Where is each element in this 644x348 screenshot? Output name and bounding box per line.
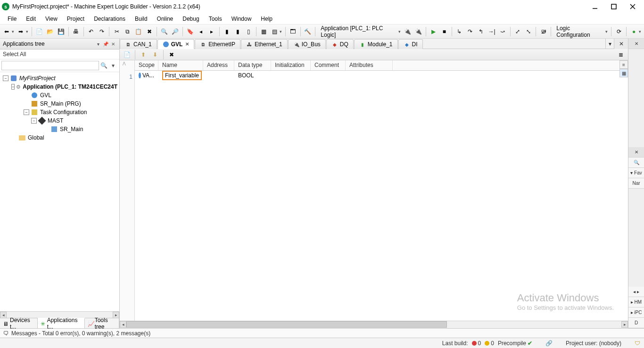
name-edit-input[interactable]: First_variable	[162, 71, 202, 80]
col-comment[interactable]: Comment	[311, 60, 346, 70]
editor-down-button[interactable]: ⬇	[150, 50, 160, 60]
tree-taskcfg-node[interactable]: − Task Configuration	[1, 108, 118, 116]
shield-icon[interactable]: 🛡	[635, 340, 640, 347]
tree-toolbar-dropdown[interactable]: ▾	[108, 61, 118, 70]
minimize-button[interactable]	[586, 0, 604, 13]
editor-delete-button[interactable]: ✖	[166, 50, 177, 60]
run-button[interactable]: ▶	[429, 26, 438, 37]
tree-global-node[interactable]: Global	[1, 133, 118, 142]
find-next-button[interactable]: 🔎	[170, 26, 180, 37]
menu-edit[interactable]: Edit	[21, 14, 41, 24]
applications-tree[interactable]: − MyFirstProject − ⚙ Application (PLC_1:…	[0, 72, 119, 311]
tab-gvl[interactable]: GVL✕	[157, 39, 195, 49]
application-context-dropdown[interactable]: ▾	[398, 29, 401, 34]
nav-forward-button[interactable]: ➡	[16, 26, 26, 37]
warning-count[interactable]: 0	[485, 340, 494, 347]
step-into-button[interactable]: ↳	[454, 26, 464, 37]
tree-srmain-node[interactable]: SR_Main	[1, 125, 118, 133]
connection-icon[interactable]: 🔗	[545, 340, 553, 347]
application-context-label[interactable]: Application [PLC_1: PLC Logic]	[318, 25, 398, 38]
scroll-right-button[interactable]: ▸	[621, 321, 628, 328]
cell-initialization[interactable]	[271, 75, 311, 76]
panel-dropdown-icon[interactable]: ▾	[95, 41, 101, 47]
col-address[interactable]: Address	[203, 60, 234, 70]
col-datatype[interactable]: Data type	[234, 60, 271, 70]
messages-bar[interactable]: 🗨 Messages - Total 0 error(s), 0 warning…	[0, 328, 644, 338]
editor-view-toggle[interactable]: ≣	[616, 50, 626, 60]
find-button[interactable]: 🔍	[159, 26, 169, 37]
menu-build[interactable]: Build	[130, 14, 152, 24]
variable-grid[interactable]: Scope Name Address Data type Initializat…	[135, 60, 628, 321]
menu-tools[interactable]: Tools	[204, 14, 227, 24]
menu-online[interactable]: Online	[152, 14, 178, 24]
step-out-button[interactable]: ↰	[476, 26, 486, 37]
bookmark-prev-button[interactable]: ◂	[196, 26, 206, 37]
save-button[interactable]: 💾	[56, 26, 66, 37]
device-button[interactable]: 🖳	[538, 26, 548, 37]
delete-button[interactable]: ✖	[144, 26, 154, 37]
tab-module1[interactable]: ▮Module_1	[354, 39, 398, 49]
col-attributes[interactable]: Attributes	[346, 60, 393, 70]
close-button[interactable]	[623, 0, 642, 13]
panel-close-icon[interactable]: ✕	[110, 41, 116, 47]
tab-can1[interactable]: 🗎CAN_1	[120, 39, 157, 49]
tree-project-node[interactable]: − MyFirstProject	[1, 74, 118, 83]
collapse-icon[interactable]: −	[31, 118, 37, 124]
build-button[interactable]: 🔨	[303, 26, 313, 37]
editor-view-table-button[interactable]: ▦	[619, 69, 628, 77]
precompile-status[interactable]: Precompile ✔	[498, 340, 532, 347]
right-hm-tab[interactable]: ▸ HM	[628, 297, 644, 307]
config-label[interactable]: Logic Configuration	[553, 25, 605, 38]
right-ipc-tab[interactable]: ▸ iPC	[628, 307, 644, 318]
tree-srmain-prg-node[interactable]: SR_Main (PRG)	[1, 99, 118, 108]
cell-scope[interactable]: VA...	[135, 72, 158, 79]
scroll-left-button[interactable]: ◂	[120, 321, 126, 328]
menu-file[interactable]: File	[3, 14, 21, 24]
config-dropdown[interactable]: ▾	[605, 29, 608, 34]
search-icon[interactable]: 🔍	[99, 61, 108, 70]
menu-help[interactable]: Help	[256, 14, 277, 24]
cell-comment[interactable]	[311, 75, 346, 76]
run-to-cursor-button[interactable]: →|	[487, 26, 497, 37]
logout-button[interactable]: 🔌	[413, 26, 423, 37]
undo-button[interactable]: ↶	[86, 26, 96, 37]
cell-attributes[interactable]	[346, 75, 393, 76]
paste-button[interactable]: 📋	[133, 26, 143, 37]
refresh-button[interactable]: ⟳	[614, 26, 624, 37]
breakpoint-clear-button[interactable]: ▯	[244, 26, 254, 37]
tab-iobus[interactable]: 🔌IO_Bus	[288, 39, 326, 49]
editor-up-button[interactable]: ⬆	[138, 50, 149, 60]
grid-row-1[interactable]: VA... First_variable BOOL	[135, 71, 628, 80]
status-indicator-button[interactable]: ●	[629, 26, 639, 37]
tab-close-icon[interactable]: ✕	[185, 41, 189, 47]
editor-hscrollbar[interactable]: ◂ ▸	[120, 321, 628, 328]
menu-window[interactable]: Window	[227, 14, 256, 24]
stop-button[interactable]: ■	[439, 26, 449, 37]
col-initialization[interactable]: Initialization	[271, 60, 311, 70]
tab-dq[interactable]: ◆DQ	[326, 39, 354, 49]
nav-back-button[interactable]: ⬅	[2, 26, 12, 37]
select-all-row[interactable]: Select All	[0, 50, 119, 59]
right-d-tab[interactable]: D	[628, 318, 644, 328]
scroll-thumb[interactable]	[126, 321, 447, 328]
new-button[interactable]: 📄	[34, 26, 44, 37]
cell-name[interactable]: First_variable	[158, 70, 203, 81]
tab-ethernet1[interactable]: 🖧Ethernet_1	[241, 39, 288, 49]
maximize-button[interactable]	[604, 0, 623, 13]
right-panel-close2[interactable]: ✕	[628, 39, 644, 49]
error-count[interactable]: 0	[472, 340, 481, 347]
tab-applications-tree[interactable]: ✳Applications t...	[38, 318, 85, 328]
catalog-button[interactable]: 🗔	[288, 26, 298, 37]
tab-ethernetip[interactable]: 🗎EthernetIP	[195, 39, 240, 49]
editor-view-list-button[interactable]: ≡	[619, 60, 628, 69]
step-over-button[interactable]: ↷	[465, 26, 475, 37]
right-panel-close3[interactable]: ✕	[628, 147, 644, 157]
tab-di[interactable]: ◆DI	[398, 39, 423, 49]
login-button[interactable]: 🔌	[403, 26, 413, 37]
right-panel-close[interactable]: ✕	[614, 39, 628, 49]
tabs-overflow-dropdown[interactable]: ▾	[605, 39, 614, 49]
panel-pin-icon[interactable]: 📌	[102, 41, 109, 47]
tab-devices-tree[interactable]: 🖥Devices t...	[0, 318, 38, 328]
menu-declarations[interactable]: Declarations	[89, 14, 130, 24]
col-name[interactable]: Name	[158, 60, 203, 70]
